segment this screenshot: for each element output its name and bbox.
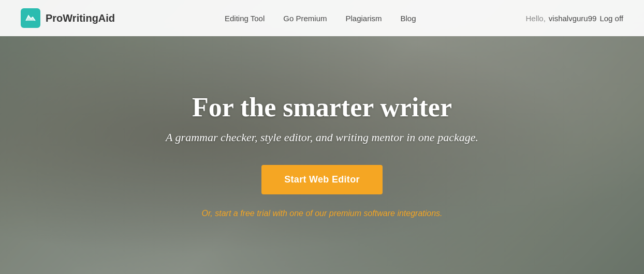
hero-section: ProWritingAid Editing Tool Go Premium Pl… [0,0,644,274]
nav-editing-tool[interactable]: Editing Tool [225,14,265,23]
hero-title: For the smarter writer [192,92,452,123]
logo-text: ProWritingAid [46,12,115,24]
hero-content: For the smarter writer A grammar checker… [0,36,644,274]
navbar: ProWritingAid Editing Tool Go Premium Pl… [0,0,644,36]
nav-links: Editing Tool Go Premium Plagiarism Blog [225,14,416,23]
logo-icon [21,8,40,28]
nav-hello-text: Hello, [525,14,545,23]
nav-logoff-link[interactable]: Log off [599,14,623,23]
logo-area: ProWritingAid [21,8,115,28]
hero-subtitle: A grammar checker, style editor, and wri… [166,131,478,144]
nav-plagiarism[interactable]: Plagiarism [345,14,382,23]
nav-user-area: Hello, vishalvguru99 Log off [525,14,623,23]
logo-svg [24,12,37,24]
nav-blog[interactable]: Blog [401,14,416,23]
start-web-editor-button[interactable]: Start Web Editor [261,165,382,194]
nav-go-premium[interactable]: Go Premium [283,14,327,23]
trial-text: Or, start a free trial with one of our p… [201,209,442,218]
nav-username: vishalvguru99 [549,14,597,23]
